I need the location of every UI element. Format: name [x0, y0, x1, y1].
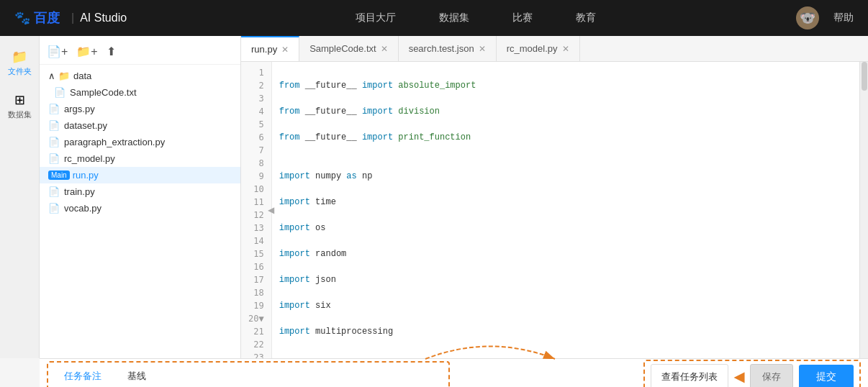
file-tree-toolbar: 📄+ 📁+ ⬆: [40, 42, 240, 65]
header: 🐾 百度 | AI Studio 项目大厅 数据集 比赛 教育 🐨 帮助: [0, 0, 868, 36]
submit-button[interactable]: 提交: [799, 365, 854, 388]
filename: vocab.py: [64, 203, 101, 214]
scrollbar-thumb: [862, 62, 867, 91]
file-tree: 📄+ 📁+ ⬆ ∧ 📁 data 📄 SampleCode.txt 📄 args…: [40, 36, 241, 358]
upload-icon[interactable]: ⬆: [107, 45, 116, 58]
right-arrow-icon: ◀: [734, 369, 744, 385]
task-notes-section: 任务备注 基线: [47, 361, 450, 388]
view-tasks-button[interactable]: 查看任务列表: [651, 364, 728, 388]
list-item[interactable]: 📄 train.py: [40, 183, 240, 200]
logo-divider: |: [71, 12, 74, 24]
file-icon: 📄: [48, 104, 60, 114]
file-icon: 📄: [54, 87, 65, 98]
folder-contents: 📄 SampleCode.txt: [40, 84, 240, 101]
aistudio-text: AI Studio: [80, 12, 127, 24]
main-badge: Main: [48, 170, 70, 180]
new-folder-icon[interactable]: 📁+: [76, 45, 97, 58]
tab-runpy[interactable]: run.py ✕: [241, 36, 299, 62]
file-icon: 📄: [48, 137, 60, 147]
folder-icon: 📁: [12, 49, 27, 65]
header-right: 🐨 帮助: [796, 6, 854, 29]
sidebar-item-files[interactable]: 📁 文件夹: [0, 43, 39, 83]
datasets-label: 数据集: [8, 109, 32, 120]
code-content[interactable]: from __future__ import absolute_import f…: [272, 62, 859, 358]
list-item[interactable]: 📄 rc_model.py: [40, 150, 240, 167]
tab-label: run.py: [251, 44, 277, 55]
help-link[interactable]: 帮助: [833, 12, 854, 24]
list-item-active[interactable]: Main run.py: [40, 167, 240, 183]
list-item[interactable]: 📄 paragraph_extraction.py: [40, 134, 240, 150]
filename: dataset.py: [64, 120, 107, 131]
filename: run.py: [73, 170, 99, 181]
file-icon: 📄: [48, 203, 60, 214]
action-buttons-section: 查看任务列表 ◀ 保存 提交: [643, 360, 861, 388]
filename: SampleCode.txt: [70, 87, 137, 98]
main-container: 📁 文件夹 ⊞ 数据集 📄+ 📁+ ⬆ ∧ 📁 data 📄 SampleCod…: [0, 36, 868, 358]
new-file-icon[interactable]: 📄+: [47, 45, 68, 58]
scrollbar[interactable]: [859, 62, 868, 358]
filename: train.py: [64, 186, 95, 197]
list-item[interactable]: 📄 SampleCode.txt: [45, 84, 240, 101]
folder-data[interactable]: ∧ 📁 data: [40, 68, 240, 84]
datasets-icon: ⊞: [14, 92, 25, 108]
file-icon: 📄: [48, 153, 60, 164]
editor-tabs: run.py ✕ SampleCode.txt ✕ search.test.js…: [241, 36, 868, 62]
baidu-text: 百度: [34, 11, 60, 25]
task-input[interactable]: [162, 371, 443, 382]
bottom-panel: 任务备注 基线 查看任务列表 ◀ 保存 提交: [40, 358, 868, 387]
folder-arrow: ∧: [48, 70, 55, 81]
folder-name: data: [73, 70, 91, 81]
main-nav: 项目大厅 数据集 比赛 教育: [155, 12, 796, 24]
tab-samplecode[interactable]: SampleCode.txt ✕: [299, 36, 399, 62]
logo-baidu: 🐾 百度: [14, 9, 60, 27]
save-button[interactable]: 保存: [750, 364, 793, 388]
list-item[interactable]: 📄 args.py: [40, 101, 240, 117]
tab-close-icon[interactable]: ✕: [479, 44, 486, 54]
file-icon: 📄: [48, 186, 60, 197]
nav-projects[interactable]: 项目大厅: [356, 12, 396, 24]
file-icon: 📄: [48, 120, 60, 131]
tab-searchtest[interactable]: search.test.json ✕: [399, 36, 497, 62]
tab-label: rc_model.py: [507, 43, 558, 54]
filename: args.py: [64, 104, 95, 114]
folder-icon: 📁: [58, 70, 70, 81]
tab-task-notes[interactable]: 任务备注: [54, 365, 112, 388]
code-editor: 1234567891011121314151617181920▼21222324…: [241, 62, 868, 358]
logo: 🐾 百度 | AI Studio: [14, 9, 127, 27]
collapse-arrow[interactable]: ◀: [268, 205, 274, 215]
tab-close-icon[interactable]: ✕: [381, 44, 388, 54]
nav-education[interactable]: 教育: [576, 12, 596, 24]
editor-area: run.py ✕ SampleCode.txt ✕ search.test.js…: [241, 36, 868, 358]
sidebar-item-datasets[interactable]: ⊞ 数据集: [0, 86, 39, 126]
list-item[interactable]: 📄 dataset.py: [40, 117, 240, 134]
filename: paragraph_extraction.py: [64, 137, 165, 147]
tab-close-icon[interactable]: ✕: [562, 44, 569, 54]
files-label: 文件夹: [8, 66, 32, 77]
nav-competition[interactable]: 比赛: [512, 12, 533, 24]
tab-baseline[interactable]: 基线: [117, 365, 156, 388]
tab-close-icon[interactable]: ✕: [281, 45, 289, 55]
nav-datasets[interactable]: 数据集: [439, 12, 469, 24]
tab-label: search.test.json: [409, 43, 474, 54]
sidebar-icons: 📁 文件夹 ⊞ 数据集: [0, 36, 40, 358]
tab-rcmodel[interactable]: rc_model.py ✕: [497, 36, 580, 62]
tab-label: SampleCode.txt: [309, 43, 376, 54]
filename: rc_model.py: [64, 153, 115, 164]
list-item[interactable]: 📄 vocab.py: [40, 200, 240, 217]
user-avatar[interactable]: 🐨: [796, 6, 819, 29]
